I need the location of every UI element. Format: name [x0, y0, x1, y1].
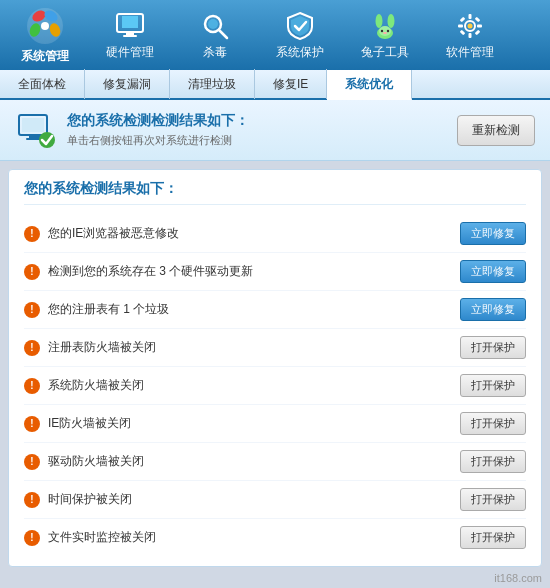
recheck-button[interactable]: 重新检测	[457, 115, 535, 146]
svg-rect-24	[458, 24, 463, 27]
protect-button[interactable]: 打开保护	[460, 336, 526, 359]
warning-icon: !	[24, 302, 40, 318]
summary-banner: 您的系统检测检测结果如下： 单击右侧按钮再次对系统进行检测 重新检测	[0, 100, 550, 161]
nav-item-software[interactable]: 软件管理	[430, 6, 510, 65]
protect-button[interactable]: 打开保护	[460, 526, 526, 549]
rabbit-icon	[369, 10, 401, 42]
result-left: !您的IE浏览器被恶意修改	[24, 225, 179, 242]
result-left: !IE防火墙被关闭	[24, 415, 131, 432]
result-text: 注册表防火墙被关闭	[48, 339, 156, 356]
nav-item-hardware-label: 硬件管理	[106, 44, 154, 61]
summary-text: 您的系统检测检测结果如下： 单击右侧按钮再次对系统进行检测	[67, 112, 249, 148]
nav-item-kill[interactable]: 杀毒	[175, 6, 255, 65]
result-text: 驱动防火墙被关闭	[48, 453, 144, 470]
nav-item-protect[interactable]: 系统保护	[260, 6, 340, 65]
logo-label: 系统管理	[21, 48, 69, 65]
result-row: !驱动防火墙被关闭打开保护	[24, 443, 526, 481]
nav-item-software-label: 软件管理	[446, 44, 494, 61]
svg-rect-9	[123, 35, 137, 37]
monitor-icon	[114, 10, 146, 42]
fix-button[interactable]: 立即修复	[460, 298, 526, 321]
svg-point-5	[41, 22, 49, 30]
svg-rect-32	[29, 135, 41, 138]
result-text: 时间保护被关闭	[48, 491, 132, 508]
nav-item-rabbit[interactable]: 兔子工具	[345, 6, 425, 65]
logo: 系统管理	[10, 6, 80, 65]
result-text: 检测到您的系统存在 3 个硬件驱动更新	[48, 263, 253, 280]
svg-rect-29	[475, 29, 481, 35]
protect-button[interactable]: 打开保护	[460, 450, 526, 473]
svg-rect-25	[477, 24, 482, 27]
result-text: 您的注册表有 1 个垃圾	[48, 301, 169, 318]
protect-button[interactable]: 打开保护	[460, 374, 526, 397]
svg-rect-28	[460, 29, 466, 35]
tab-sys-optimize[interactable]: 系统优化	[327, 70, 412, 100]
svg-point-11	[208, 19, 218, 29]
result-row: !检测到您的系统存在 3 个硬件驱动更新立即修复	[24, 253, 526, 291]
warning-icon: !	[24, 530, 40, 546]
result-left: !驱动防火墙被关闭	[24, 453, 144, 470]
warning-icon: !	[24, 226, 40, 242]
search-magnify-icon	[199, 10, 231, 42]
result-row: !时间保护被关闭打开保护	[24, 481, 526, 519]
svg-rect-23	[469, 33, 472, 38]
fix-button[interactable]: 立即修复	[460, 260, 526, 283]
nav-item-rabbit-label: 兔子工具	[361, 44, 409, 61]
protect-button[interactable]: 打开保护	[460, 412, 526, 435]
warning-icon: !	[24, 416, 40, 432]
result-text: 系统防火墙被关闭	[48, 377, 144, 394]
watermark: it168.com	[494, 572, 542, 584]
svg-rect-8	[126, 32, 134, 35]
result-left: !时间保护被关闭	[24, 491, 132, 508]
nav-item-hardware[interactable]: 硬件管理	[90, 6, 170, 65]
svg-point-17	[381, 29, 383, 31]
gear-icon	[454, 10, 486, 42]
result-row: !系统防火墙被关闭打开保护	[24, 367, 526, 405]
svg-point-16	[379, 26, 391, 36]
svg-rect-26	[460, 16, 466, 22]
nav-items: 硬件管理 杀毒 系统保护	[90, 6, 540, 65]
result-left: !注册表防火墙被关闭	[24, 339, 156, 356]
tab-clean-junk[interactable]: 清理垃圾	[170, 69, 255, 99]
result-left: !系统防火墙被关闭	[24, 377, 144, 394]
svg-point-14	[376, 14, 383, 28]
warning-icon: !	[24, 264, 40, 280]
results-panel: 您的系统检测结果如下： !您的IE浏览器被恶意修改立即修复!检测到您的系统存在 …	[8, 169, 542, 567]
summary-title: 您的系统检测检测结果如下：	[67, 112, 249, 130]
result-row: !注册表防火墙被关闭打开保护	[24, 329, 526, 367]
results-list: !您的IE浏览器被恶意修改立即修复!检测到您的系统存在 3 个硬件驱动更新立即修…	[24, 215, 526, 556]
nav-item-protect-label: 系统保护	[276, 44, 324, 61]
summary-left: 您的系统检测检测结果如下： 单击右侧按钮再次对系统进行检测	[15, 110, 249, 150]
summary-subtitle: 单击右侧按钮再次对系统进行检测	[67, 133, 249, 148]
result-left: !您的注册表有 1 个垃圾	[24, 301, 169, 318]
tab-repair-missing[interactable]: 修复漏洞	[85, 69, 170, 99]
result-text: 文件实时监控被关闭	[48, 529, 156, 546]
tab-repair-ie[interactable]: 修复IE	[255, 69, 327, 99]
summary-check-icon	[15, 110, 55, 150]
tab-bar: 全面体检 修复漏洞 清理垃圾 修复IE 系统优化	[0, 70, 550, 100]
top-bar: 系统管理 硬件管理 杀毒	[0, 0, 550, 70]
warning-icon: !	[24, 340, 40, 356]
result-row: !IE防火墙被关闭打开保护	[24, 405, 526, 443]
protect-button[interactable]: 打开保护	[460, 488, 526, 511]
result-row: !您的IE浏览器被恶意修改立即修复	[24, 215, 526, 253]
svg-line-12	[219, 30, 227, 38]
fix-button[interactable]: 立即修复	[460, 222, 526, 245]
svg-point-15	[388, 14, 395, 28]
svg-rect-27	[475, 16, 481, 22]
result-row: !文件实时监控被关闭打开保护	[24, 519, 526, 556]
svg-point-21	[468, 23, 473, 28]
result-left: !检测到您的系统存在 3 个硬件驱动更新	[24, 263, 253, 280]
results-title: 您的系统检测结果如下：	[24, 180, 526, 205]
svg-rect-7	[122, 16, 138, 28]
warning-icon: !	[24, 492, 40, 508]
result-text: IE防火墙被关闭	[48, 415, 131, 432]
warning-icon: !	[24, 378, 40, 394]
shield-icon	[284, 10, 316, 42]
svg-rect-22	[469, 14, 472, 19]
logo-icon	[25, 6, 65, 46]
svg-point-18	[387, 29, 389, 31]
tab-full-check[interactable]: 全面体检	[0, 69, 85, 99]
result-left: !文件实时监控被关闭	[24, 529, 156, 546]
nav-item-kill-label: 杀毒	[203, 44, 227, 61]
